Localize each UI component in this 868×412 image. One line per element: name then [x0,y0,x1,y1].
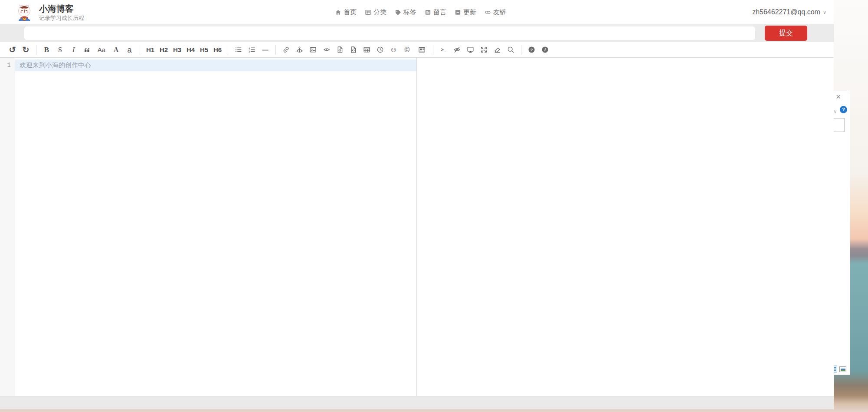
h1-icon: H1 [146,46,154,53]
site-header: 小海博客 记录学习成长历程 首页分类标签留言更新友链 zh56462271@qq… [0,0,834,24]
toolbar-italic-button[interactable]: I [67,43,80,56]
nav-item-comment-list[interactable]: 留言 [425,8,446,16]
close-icon[interactable]: × [836,92,841,102]
toolbar-undo-button[interactable]: ↺ [6,43,19,56]
nav-item-update[interactable]: 更新 [455,8,476,16]
nav-item-label: 首页 [344,8,357,16]
side-panel: × ∨ ? [833,91,850,375]
chain-link-icon [485,9,491,16]
toolbar-uppercase-button[interactable]: A [109,43,123,56]
image-icon [309,46,317,53]
image-view-icon[interactable] [839,366,846,372]
help-badge-icon[interactable]: ? [840,106,847,113]
active-line[interactable]: 欢迎来到小海的创作中心 [15,59,416,71]
toolbar-code-button[interactable]: </> [320,43,333,56]
redo-icon: ↻ [23,46,29,54]
toolbar-html-entities-button[interactable]: © [400,43,414,56]
toolbar-image-button[interactable] [306,43,320,56]
nav-item-chain-link[interactable]: 友链 [485,8,506,16]
chevron-down-icon[interactable]: ∨ [833,109,837,115]
toolbar-divider [36,45,36,55]
toolbar-h2-button[interactable]: H2 [157,43,170,56]
clear-icon [494,46,501,53]
nav-item-home[interactable]: 首页 [335,8,357,16]
toolbar-ucwords-button[interactable]: Aa [94,43,109,56]
site-title-block[interactable]: 小海博客 记录学习成长历程 [39,3,84,22]
toolbar-datetime-button[interactable] [373,43,387,56]
svg-text:i: i [544,47,546,52]
user-menu[interactable]: zh56462271@qq.com ∨ [752,0,826,24]
toolbar-quote-button[interactable] [80,43,94,56]
datetime-icon [377,46,384,53]
user-email: zh56462271@qq.com [752,8,820,16]
toolbar-redo-button[interactable]: ↻ [19,43,33,56]
toolbar-h6-button[interactable]: H6 [211,43,224,56]
toolbar-pagebreak-button[interactable] [414,43,429,56]
toolbar-hr-button[interactable]: — [259,43,272,56]
toolbar-bold-button[interactable]: B [40,43,53,56]
chevron-down-icon: ∨ [823,10,826,15]
toolbar-fullscreen-button[interactable] [477,43,491,56]
toolbar-divider [228,45,228,55]
site-subtitle: 记录学习成长历程 [39,14,84,22]
undo-icon: ↺ [9,46,16,54]
tag-icon [395,9,401,16]
nav-item-label: 友链 [493,8,506,16]
svg-text:?: ? [531,47,533,52]
h4-icon: H4 [187,46,195,53]
site-logo-avatar[interactable] [16,3,33,21]
toolbar-h1-button[interactable]: H1 [144,43,157,56]
toolbar-del-button[interactable]: S [53,43,67,56]
toolbar-search-button[interactable] [504,43,518,56]
list-ol-icon: 123 [248,46,255,53]
pagebreak-icon [418,46,426,53]
markdown-editor-area[interactable]: 欢迎来到小海的创作中心 [15,58,416,396]
nav-item-label: 分类 [373,8,387,16]
toolbar-preview-button[interactable] [464,43,477,56]
toolbar-h5-button[interactable]: H5 [197,43,211,56]
toolbar-clear-button[interactable] [491,43,504,56]
editor-main: 1 欢迎来到小海的创作中心 [0,58,834,396]
update-icon [455,9,461,16]
toolbar-divider [433,45,433,55]
h2-icon: H2 [160,46,168,53]
post-title-input[interactable] [24,26,755,40]
comment-list-icon [425,9,431,16]
preview-pane [417,58,834,396]
emoji-icon: ☺ [390,46,397,53]
link-icon [282,46,290,53]
toolbar-reference-link-button[interactable] [293,43,306,56]
toolbar-list-ol-button[interactable]: 123 [245,43,259,56]
toolbar-code-block-button[interactable] [347,43,360,56]
info-icon: i [541,46,549,53]
toolbar-divider [521,45,521,55]
toolbar-help-button[interactable]: ? [525,43,538,56]
lowercase-icon: a [127,46,131,54]
main-nav: 首页分类标签留言更新友链 [335,0,506,24]
site-title: 小海博客 [39,3,84,14]
toolbar-goto-line-button[interactable]: >_ [437,43,450,56]
h5-icon: H5 [200,46,208,53]
toolbar-emoji-button[interactable]: ☺ [387,43,400,56]
toolbar-lowercase-button[interactable]: a [123,43,136,56]
editor-placeholder-text: 欢迎来到小海的创作中心 [20,61,91,69]
toolbar-divider [140,45,140,55]
nav-item-label: 留言 [433,8,446,16]
toolbar-table-button[interactable] [360,43,373,56]
nav-item-tag[interactable]: 标签 [395,8,416,16]
toolbar-preformatted-text-button[interactable] [333,43,347,56]
submit-button[interactable]: 提交 [765,26,807,41]
toolbar-h4-button[interactable]: H4 [184,43,197,56]
editor-toolbar: ↺↻BSIAaAaH1H2H3H4H5H6123—</>☺©>_?i [0,42,834,58]
uppercase-icon: A [114,46,119,53]
toolbar-h3-button[interactable]: H3 [170,43,184,56]
panel-input[interactable] [833,118,845,132]
toolbar-link-button[interactable] [279,43,293,56]
hr-icon: — [262,47,269,53]
bold-icon: B [44,46,49,53]
preview-icon [467,46,474,53]
toolbar-watch-button[interactable] [450,43,464,56]
toolbar-list-ul-button[interactable] [232,43,245,56]
toolbar-info-button[interactable]: i [538,43,552,56]
nav-item-columns[interactable]: 分类 [365,8,387,16]
